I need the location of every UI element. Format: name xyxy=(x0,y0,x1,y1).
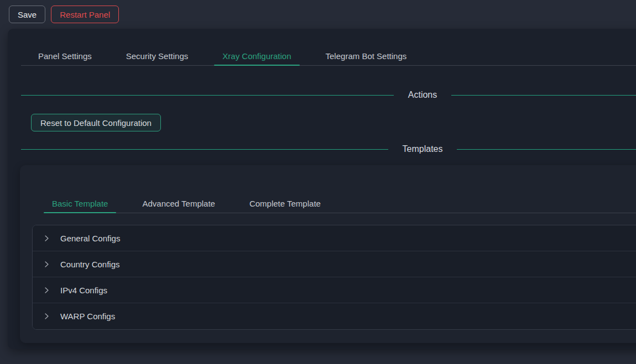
tab-security-settings[interactable]: Security Settings xyxy=(118,47,197,65)
divider-line-left xyxy=(21,149,388,150)
divider-line-right xyxy=(457,149,636,150)
accordion-item-label: Country Configs xyxy=(60,260,120,269)
restart-panel-button[interactable]: Restart Panel xyxy=(51,6,119,23)
actions-divider: Actions xyxy=(21,86,636,104)
save-button[interactable]: Save xyxy=(9,6,45,23)
accordion-warp-configs[interactable]: WARP Configs xyxy=(33,303,636,329)
tab-panel-settings[interactable]: Panel Settings xyxy=(30,47,100,65)
chevron-right-icon xyxy=(43,313,50,320)
accordion-general-configs[interactable]: General Configs xyxy=(33,225,636,251)
chevron-right-icon xyxy=(43,261,50,268)
accordion-country-configs[interactable]: Country Configs xyxy=(33,251,636,277)
templates-tabbar: Basic Template Advanced Template Complet… xyxy=(44,194,636,213)
accordion-item-label: IPv4 Configs xyxy=(60,286,107,295)
templates-divider: Templates xyxy=(21,140,636,158)
tab-telegram-bot-settings[interactable]: Telegram Bot Settings xyxy=(317,47,415,65)
accordion-ipv4-configs[interactable]: IPv4 Configs xyxy=(33,277,636,303)
template-configs-accordion: General Configs Country Configs IPv4 Con… xyxy=(32,225,636,330)
top-action-bar: Save Restart Panel xyxy=(0,0,636,29)
tab-advanced-template[interactable]: Advanced Template xyxy=(134,194,223,213)
tab-complete-template[interactable]: Complete Template xyxy=(241,194,329,213)
tab-xray-configuration[interactable]: Xray Configuration xyxy=(214,47,299,65)
chevron-right-icon xyxy=(43,287,50,294)
templates-divider-label: Templates xyxy=(388,144,457,154)
chevron-right-icon xyxy=(43,235,50,242)
reset-default-configuration-button[interactable]: Reset to Default Configuration xyxy=(31,114,161,131)
templates-card: Basic Template Advanced Template Complet… xyxy=(20,165,636,343)
accordion-item-label: WARP Configs xyxy=(60,312,115,321)
settings-tabbar: Panel Settings Security Settings Xray Co… xyxy=(21,47,636,66)
divider-line-left xyxy=(21,95,394,96)
accordion-item-label: General Configs xyxy=(60,234,120,243)
actions-divider-label: Actions xyxy=(394,90,451,100)
tab-basic-template[interactable]: Basic Template xyxy=(44,194,116,213)
settings-card: Panel Settings Security Settings Xray Co… xyxy=(8,29,636,349)
divider-line-right xyxy=(451,95,636,96)
